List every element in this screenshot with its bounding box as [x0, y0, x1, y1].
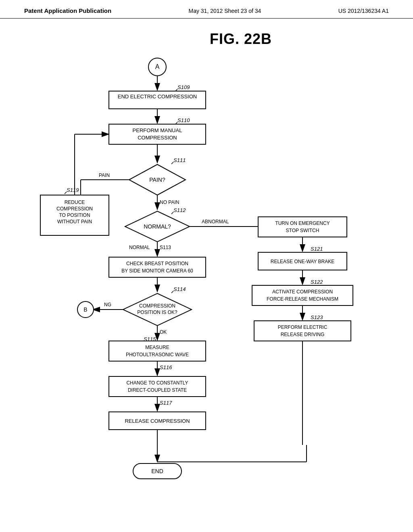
svg-text:PERFORM ELECTRIC: PERFORM ELECTRIC — [278, 324, 327, 330]
svg-text:STOP SWITCH: STOP SWITCH — [286, 228, 319, 233]
svg-text:S122: S122 — [311, 279, 323, 285]
header-sheet-info: May 31, 2012 Sheet 23 of 34 — [188, 8, 261, 14]
svg-text:RELEASE COMPRESSION: RELEASE COMPRESSION — [125, 418, 190, 424]
svg-rect-90 — [254, 321, 351, 341]
svg-text:S114: S114 — [173, 286, 186, 292]
svg-text:POSITION IS OK?: POSITION IS OK? — [137, 310, 177, 315]
svg-text:S110: S110 — [177, 117, 190, 123]
page-header: Patent Application Publication May 31, 2… — [0, 0, 413, 19]
svg-text:PAIN?: PAIN? — [149, 177, 165, 183]
svg-text:WITHOUT PAIN: WITHOUT PAIN — [57, 219, 92, 224]
svg-text:END ELECTRIC COMPRESSION: END ELECTRIC COMPRESSION — [118, 94, 197, 100]
svg-text:TURN ON EMERGENCY: TURN ON EMERGENCY — [275, 220, 330, 226]
header-publication-label: Patent Application Publication — [24, 7, 111, 14]
svg-text:B: B — [83, 306, 87, 313]
svg-text:COMPRESSION: COMPRESSION — [139, 303, 175, 309]
svg-rect-85 — [252, 285, 353, 305]
svg-rect-76 — [258, 217, 347, 237]
svg-text:PERFORM MANUAL: PERFORM MANUAL — [133, 127, 182, 133]
svg-text:COMPRESSION: COMPRESSION — [56, 206, 93, 212]
diagram-area: FIG. 22B A S109 END ELECTRIC COMPRESSION… — [0, 19, 413, 502]
svg-text:RELEASE ONE-WAY BRAKE: RELEASE ONE-WAY BRAKE — [271, 259, 335, 264]
svg-text:NO PAIN: NO PAIN — [160, 200, 179, 205]
svg-text:S116: S116 — [160, 364, 172, 370]
svg-text:PHOTOULTRASONIC WAVE: PHOTOULTRASONIC WAVE — [126, 352, 189, 357]
svg-text:NG: NG — [104, 302, 111, 308]
svg-text:S119: S119 — [67, 187, 79, 193]
svg-text:REDUCE: REDUCE — [65, 200, 85, 205]
svg-text:COMPRESSION: COMPRESSION — [138, 135, 177, 141]
svg-text:S121: S121 — [311, 246, 323, 252]
svg-text:S109: S109 — [177, 84, 190, 90]
svg-text:S111: S111 — [173, 157, 186, 163]
svg-text:S123: S123 — [311, 314, 323, 320]
svg-text:ACTIVATE COMPRESSION: ACTIVATE COMPRESSION — [272, 289, 333, 295]
svg-text:S113: S113 — [160, 245, 171, 250]
svg-rect-41 — [109, 257, 206, 277]
svg-text:PAIN: PAIN — [99, 172, 110, 178]
svg-text:A: A — [155, 63, 160, 70]
header-patent-number: US 2012/136234 A1 — [338, 8, 389, 14]
svg-text:FORCE-RELEASE MECHANISM: FORCE-RELEASE MECHANISM — [267, 296, 338, 302]
svg-rect-62 — [109, 376, 206, 397]
svg-text:TO POSITION: TO POSITION — [59, 212, 90, 218]
svg-text:DIRECT-COUPLED STATE: DIRECT-COUPLED STATE — [128, 387, 187, 393]
svg-text:CHECK BREAST POSITION: CHECK BREAST POSITION — [126, 261, 188, 266]
flowchart-svg: A S109 END ELECTRIC COMPRESSION S110 PER… — [0, 19, 413, 502]
svg-text:NORMAL?: NORMAL? — [144, 223, 171, 230]
svg-text:ABNORMAL: ABNORMAL — [202, 219, 229, 224]
svg-text:OK: OK — [160, 329, 167, 335]
svg-text:S112: S112 — [173, 207, 186, 213]
svg-text:END: END — [151, 468, 163, 474]
svg-text:MEASURE: MEASURE — [145, 345, 169, 350]
svg-rect-57 — [109, 341, 206, 361]
svg-text:CHANGE TO CONSTANTLY: CHANGE TO CONSTANTLY — [126, 380, 188, 386]
svg-text:S117: S117 — [160, 400, 172, 406]
svg-text:BY SIDE MONITOR CAMERA 60: BY SIDE MONITOR CAMERA 60 — [121, 268, 193, 274]
svg-text:RELEASE DRIVING: RELEASE DRIVING — [281, 332, 325, 337]
svg-text:NORMAL: NORMAL — [129, 245, 150, 250]
